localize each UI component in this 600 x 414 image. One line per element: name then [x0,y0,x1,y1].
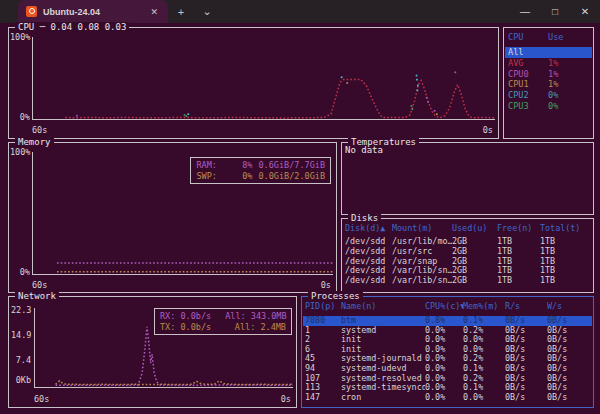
table-row[interactable]: 94systemd-udevd0.0%0.1%0B/s0B/s [303,364,592,374]
network-x-right-label: 0s [281,395,291,404]
column-header[interactable]: Use [548,32,592,42]
processes-panel-title: Processes [308,291,363,301]
table-cell: CPU1 [508,79,548,90]
table-cell: 0B/s [505,374,547,384]
swap-percent: 0% [230,171,252,182]
table-cell: 1TB [540,247,592,257]
column-header[interactable]: Free(n) [497,223,540,233]
close-button[interactable]: ✕ [570,0,600,23]
table-cell: 0% [548,101,592,112]
column-header[interactable]: Used(u) [452,223,497,233]
network-panel-title: Network [15,291,59,301]
ubuntu-logo-icon [26,6,37,17]
table-cell: 0.0% [425,383,463,393]
table-cell: 2GB [452,266,497,276]
table-row[interactable]: 113systemd-timesyncd0.0%0.1%0B/s0B/s [303,383,592,393]
cpu-x-left-label: 60s [32,126,47,135]
table-row[interactable]: 2init0.0%0.0%0B/s0B/s [303,335,592,345]
column-header[interactable]: Name(n) [341,301,425,311]
table-cell: /dev/sdd [345,257,392,267]
column-header[interactable]: CPU [508,32,548,42]
processes-table: PID(p)Name(n)CPU%(c)▼Mem%(m)R/sW/s7080bt… [303,301,592,406]
table-cell: 1% [548,79,592,90]
new-tab-button[interactable]: + [168,0,194,23]
maximize-button[interactable]: □ [540,0,570,23]
tab-close-icon[interactable]: ✕ [148,7,160,17]
column-header[interactable]: R/s [505,301,547,311]
terminal-tab[interactable]: Ubuntu-24.04 ✕ [18,0,168,23]
table-cell: btm [341,316,425,326]
terminal-content: CPU ─ 0.04 0.08 0.03 100% 0% 60s 0s CPUU… [0,23,600,414]
table-header-row[interactable]: CPUUse [505,32,592,42]
column-header[interactable]: Mount(m) [392,223,452,233]
table-cell: 0B/s [547,374,592,384]
table-row[interactable]: CPU11% [505,79,592,90]
table-row[interactable]: 6init0.0%0.0%0B/s0B/s [303,345,592,355]
table-cell: 7080 [305,316,341,326]
cpu-panel: CPU ─ 0.04 0.08 0.03 100% 0% 60s 0s [8,27,499,139]
table-row[interactable]: 1systemd0.0%0.2%0B/s0B/s [303,326,592,336]
table-cell: 1TB [497,237,540,247]
table-row[interactable]: CPU30% [505,101,592,112]
table-header-row[interactable]: PID(p)Name(n)CPU%(c)▼Mem%(m)R/sW/s [303,301,592,311]
column-header[interactable]: Total(t) [540,223,592,233]
column-header[interactable]: W/s [547,301,592,311]
disks-panel: Disks Disk(d)▲Mount(m)Used(u)Free(n)Tota… [341,218,594,293]
table-cell: 0.0% [463,393,505,403]
table-row[interactable]: CPU20% [505,90,592,101]
table-cell: 0.0% [425,374,463,384]
table-row[interactable]: 45systemd-journald0.0%0.2%0B/s0B/s [303,354,592,364]
table-cell: 0B/s [547,354,592,364]
table-cell: 0.8% [425,316,463,326]
table-row: /dev/sdd/var/lib/sn…2GB1TB1TB [343,276,592,286]
memory-x-left-label: 60s [32,281,47,290]
network-y-label-2: 14.9 [11,331,31,340]
table-cell: init [341,345,425,355]
tab-title: Ubuntu-24.04 [43,7,142,17]
table-row[interactable]: CPU01% [505,69,592,80]
table-row[interactable]: 7080btm0.8%0.1%0B/s0B/s [303,316,592,326]
table-cell: All [508,47,548,58]
table-row[interactable]: 107systemd-resolved0.0%0.2%0B/s0B/s [303,374,592,384]
minimize-button[interactable]: — [510,0,540,23]
memory-legend: RAM: 8% 0.6GiB/7.7GiB SWP: 0% 0.0GiB/2.0… [190,157,331,184]
table-cell: 1% [548,69,592,80]
table-cell: 0B/s [547,335,592,345]
table-cell: 0.0% [463,335,505,345]
cpu-y-bottom-label: 0% [10,113,30,122]
table-cell: 113 [305,383,341,393]
network-x-left-label: 60s [34,395,49,404]
table-cell: 0B/s [547,393,592,403]
titlebar: Ubuntu-24.04 ✕ + ⌄ — □ ✕ [0,0,600,23]
table-row[interactable]: 147cron0.0%0.0%0B/s0B/s [303,393,592,403]
table-header-row[interactable]: Disk(d)▲Mount(m)Used(u)Free(n)Total(t) [343,223,592,233]
table-cell: /var/lib/sn… [392,266,452,276]
memory-panel-title: Memory [15,137,54,147]
table-cell: 94 [305,364,341,374]
table-cell: /dev/sdd [345,266,392,276]
column-header[interactable]: Disk(d)▲ [345,223,392,233]
table-row: /dev/sdd/usr/src2GB1TB1TB [343,247,592,257]
table-row: /dev/sdd/var/lib/sn…2GB1TB1TB [343,266,592,276]
column-header[interactable]: PID(p) [305,301,341,311]
cpu-legend-table: CPUUseAllAVG1%CPU01%CPU11%CPU20%CPU30% [505,32,592,137]
table-cell: systemd-resolved [341,374,425,384]
ram-label: RAM: [196,160,224,171]
table-cell: 0% [548,90,592,101]
table-cell: 1TB [540,257,592,267]
column-header[interactable]: CPU%(c)▼ [425,301,463,311]
table-cell: /dev/sdd [345,247,392,257]
table-cell: 0B/s [505,345,547,355]
column-header[interactable]: Mem%(m) [463,301,505,311]
table-cell: systemd [341,326,425,336]
tx-rate: TX: 0.0b/s [160,322,211,333]
tab-dropdown-button[interactable]: ⌄ [194,0,220,23]
table-row[interactable]: AVG1% [505,58,592,69]
table-cell: 0.0% [425,364,463,374]
table-row[interactable]: All [505,47,592,58]
table-cell: /dev/sdd [345,276,392,286]
rx-total: All: 343.0MB [225,311,286,322]
table-cell: systemd-udevd [341,364,425,374]
table-cell: 0.0% [425,326,463,336]
table-row: /dev/sdd/usr/lib/mo…2GB1TB1TB [343,237,592,247]
